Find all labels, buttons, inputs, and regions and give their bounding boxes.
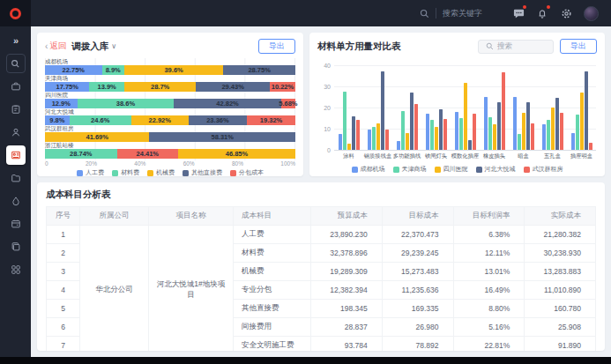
bar-segment[interactable]: 28.74% xyxy=(45,149,117,159)
bar[interactable] xyxy=(439,109,443,150)
bar[interactable] xyxy=(406,133,409,150)
sidebar-item-calendar[interactable] xyxy=(6,214,26,234)
bar[interactable] xyxy=(468,140,472,150)
sidebar-item-folder[interactable] xyxy=(6,168,26,188)
bar[interactable] xyxy=(555,98,559,150)
bar-segment[interactable]: 24.41% xyxy=(117,149,178,159)
bar[interactable] xyxy=(385,130,389,150)
bar[interactable] xyxy=(464,83,467,150)
bar[interactable] xyxy=(376,123,380,150)
export-button[interactable]: 导出 xyxy=(560,39,597,54)
bar[interactable] xyxy=(513,97,517,150)
bell-icon[interactable] xyxy=(536,7,548,19)
legend-item[interactable]: 四川医院 xyxy=(435,165,468,174)
bar[interactable] xyxy=(585,71,588,150)
bar[interactable] xyxy=(343,92,346,150)
bar[interactable] xyxy=(522,113,525,150)
material-search-input[interactable]: 搜索 xyxy=(478,40,554,54)
bar-segment[interactable]: 9.8% xyxy=(45,115,70,125)
sidebar-item-search[interactable] xyxy=(6,54,26,73)
sidebar-item-clipboard[interactable] xyxy=(6,100,26,119)
bar[interactable] xyxy=(580,93,584,150)
bar[interactable] xyxy=(414,104,418,150)
legend-item[interactable]: 分包成本 xyxy=(230,168,264,177)
user-avatar[interactable] xyxy=(584,6,599,21)
global-search[interactable]: 搜索关键字 xyxy=(420,8,482,19)
bar[interactable] xyxy=(473,114,476,150)
bar[interactable] xyxy=(401,111,405,150)
legend-item[interactable]: 河北大悦城 xyxy=(476,165,516,174)
bar[interactable] xyxy=(368,130,371,150)
bar[interactable] xyxy=(347,144,351,150)
bar[interactable] xyxy=(455,112,458,150)
bar-segment[interactable]: 23.36% xyxy=(189,115,247,125)
bar[interactable] xyxy=(372,127,376,150)
app-logo[interactable] xyxy=(0,0,31,26)
bar[interactable] xyxy=(589,143,592,150)
bar-segment[interactable]: 29.43% xyxy=(196,82,270,92)
bar-segment[interactable]: 38.6% xyxy=(78,99,175,108)
bar[interactable] xyxy=(497,102,501,150)
legend-item[interactable]: 材料费 xyxy=(112,168,139,177)
messages-icon[interactable] xyxy=(512,7,525,19)
bar[interactable] xyxy=(426,114,429,150)
bar[interactable] xyxy=(526,102,530,150)
bar[interactable] xyxy=(560,113,563,150)
table-row[interactable]: 1华北分公司河北大悦城1#地块项目人工费23,890.23022,370.473… xyxy=(47,226,596,244)
legend-item[interactable]: 人工费 xyxy=(77,168,104,177)
legend-item[interactable]: 其他直接费 xyxy=(183,168,222,177)
bar[interactable] xyxy=(502,72,505,150)
bar[interactable] xyxy=(410,93,414,150)
bar[interactable] xyxy=(542,124,546,150)
bar[interactable] xyxy=(493,124,496,150)
bar[interactable] xyxy=(518,134,521,150)
bar[interactable] xyxy=(488,117,492,150)
bar-segment[interactable]: 5.68% xyxy=(281,99,295,108)
bar[interactable] xyxy=(339,134,342,150)
back-link[interactable]: ‹ 返回 xyxy=(45,41,66,52)
bar-segment[interactable]: 39.6% xyxy=(124,65,223,75)
bar[interactable] xyxy=(435,127,438,150)
bar-segment[interactable]: 13.9% xyxy=(89,82,123,92)
bar-segment[interactable]: 8.9% xyxy=(102,65,124,75)
transfer-title[interactable]: 调拨入库 xyxy=(71,41,108,53)
bar-segment[interactable]: 22.75% xyxy=(45,65,102,75)
bar[interactable] xyxy=(551,108,555,150)
bar-segment[interactable]: 19.32% xyxy=(247,115,295,125)
bar-segment[interactable]: 58.31% xyxy=(149,132,295,142)
chevron-down-icon[interactable]: ∨ xyxy=(111,42,116,50)
bar-segment[interactable]: 42.82% xyxy=(174,99,281,108)
bar[interactable] xyxy=(531,123,534,150)
bar-segment[interactable]: 41.69% xyxy=(45,132,149,142)
legend-item[interactable]: 成都机场 xyxy=(352,165,385,174)
sidebar-item-drop[interactable] xyxy=(6,191,26,211)
bar[interactable] xyxy=(381,71,384,150)
export-button[interactable]: 导出 xyxy=(258,39,295,54)
bar-segment[interactable]: 10.22% xyxy=(270,82,295,92)
sidebar-item-briefcase[interactable] xyxy=(6,77,26,96)
bar[interactable] xyxy=(459,118,463,150)
bar[interactable] xyxy=(352,116,355,150)
sidebar-expand-icon[interactable]: » xyxy=(6,31,26,50)
bar[interactable] xyxy=(484,97,488,150)
bar[interactable] xyxy=(547,120,550,150)
bar-segment[interactable]: 22.92% xyxy=(131,115,189,125)
legend-item[interactable]: 武汉群租房 xyxy=(524,165,563,174)
bar-segment[interactable]: 28.75% xyxy=(223,65,295,75)
bar[interactable] xyxy=(397,141,400,150)
legend-item[interactable]: 天津商场 xyxy=(393,165,427,174)
sidebar-item-user[interactable] xyxy=(6,123,26,142)
bar[interactable] xyxy=(443,119,447,150)
sidebar-item-copy[interactable] xyxy=(6,237,26,256)
bar-segment[interactable]: 28.7% xyxy=(124,82,197,92)
bar-segment[interactable]: 12.9% xyxy=(45,99,78,108)
sidebar-item-cost-active[interactable] xyxy=(6,145,26,165)
bar-segment[interactable]: 46.85% xyxy=(178,149,295,159)
sidebar-item-modules[interactable] xyxy=(6,260,26,279)
bar[interactable] xyxy=(356,120,360,150)
bar[interactable] xyxy=(571,133,575,150)
gear-icon[interactable] xyxy=(560,7,572,19)
bar-segment[interactable]: 24.6% xyxy=(70,115,131,125)
bar-segment[interactable]: 17.75% xyxy=(45,82,89,92)
legend-item[interactable]: 机械费 xyxy=(147,168,175,177)
